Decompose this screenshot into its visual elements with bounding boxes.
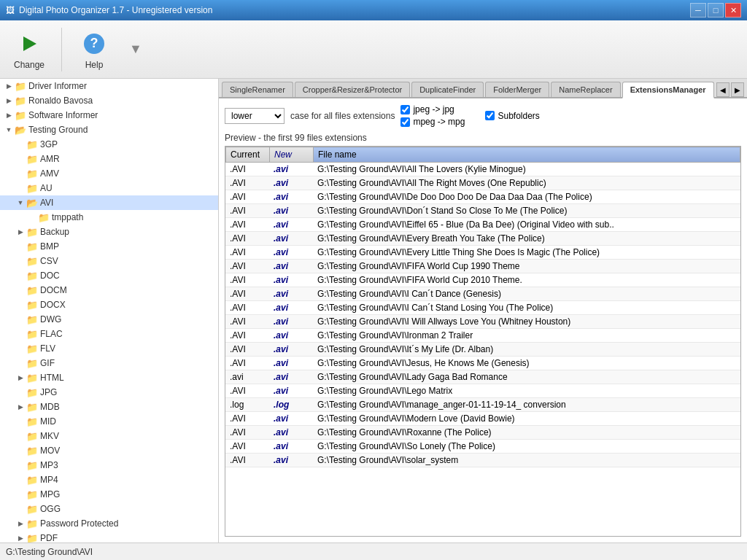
tree-item[interactable]: ▶📁Password Protected (0, 516, 218, 531)
tree-item[interactable]: ▼📂Testing Ground (0, 122, 218, 137)
mpeg-checkbox[interactable] (400, 117, 410, 127)
dropdown-arrow[interactable]: ▼ (129, 42, 142, 57)
tree-item[interactable]: ▶📁Software Informer (0, 108, 218, 122)
tree-item[interactable]: 📁OGG (0, 502, 218, 516)
tree-item[interactable]: 📁DWG (0, 312, 218, 327)
table-row[interactable]: .AVI.aviG:\Testing Ground\AVI\Ironman 2 … (225, 329, 740, 343)
case-select-wrapper[interactable]: lower upper original (225, 108, 285, 124)
tree-label: AMR (40, 154, 60, 164)
tree-item[interactable]: 📁MP4 (0, 472, 218, 487)
table-row[interactable]: .AVI.aviG:\Testing Ground\AVI\I Can´t St… (225, 301, 740, 315)
tree-item[interactable]: 📁GIF (0, 356, 218, 370)
table-row[interactable]: .AVI.aviG:\Testing Ground\AVI\De Doo Doo… (225, 190, 740, 204)
tree-item[interactable]: ▶📁Ronaldo Bavosa (0, 93, 218, 108)
table-row[interactable]: .AVI.aviG:\Testing Ground\AVI\Every Litt… (225, 246, 740, 260)
tree-item[interactable]: 📁FLV (0, 341, 218, 356)
change-button[interactable]: Change (7, 26, 51, 74)
cell-new: .avi (269, 467, 313, 470)
close-button[interactable]: ✕ (725, 3, 741, 18)
table-row[interactable]: .AVI.aviG:\Testing Ground\AVI\Surprised … (225, 467, 740, 470)
tab-folder-merger[interactable]: FolderMerger (485, 82, 549, 97)
table-row[interactable]: .AVI.aviG:\Testing Ground\AVI\All The Lo… (225, 163, 740, 176)
cell-filename: G:\Testing Ground\AVI\Don´t Stand So Clo… (313, 204, 740, 218)
table-row[interactable]: .AVI.aviG:\Testing Ground\AVI\Don´t Stan… (225, 204, 740, 218)
tree-expand-icon[interactable]: ▶ (3, 109, 15, 121)
tree-expand-icon[interactable]: ▶ (3, 95, 15, 106)
tree-item[interactable]: ▶📁Driver Informer (0, 79, 218, 93)
tree-item[interactable]: 📁DOC (0, 268, 218, 283)
tree-expand-icon[interactable]: ▶ (15, 372, 26, 384)
col-header-filename[interactable]: File name (314, 147, 740, 163)
file-table-container[interactable]: Current New File name .AVI.aviG:\Testing… (225, 146, 741, 537)
table-row[interactable]: .AVI.aviG:\Testing Ground\AVI\It´s My Li… (225, 343, 740, 357)
tree-item[interactable]: 📁MP3 (0, 458, 218, 472)
tree-item[interactable]: ▶📁PDF (0, 531, 218, 542)
tree-expand-icon[interactable]: ▶ (15, 518, 26, 529)
folder-icon: 📁 (26, 168, 38, 179)
tree-item[interactable]: 📁tmppath (0, 210, 218, 225)
tree-item[interactable]: 📁AMR (0, 152, 218, 166)
table-row[interactable]: .AVI.aviG:\Testing Ground\AVI\I Can´t Da… (225, 287, 740, 301)
tree-item[interactable]: 📁JPG (0, 385, 218, 400)
tree-item[interactable]: 📁DOCX (0, 298, 218, 312)
table-row[interactable]: .AVI.aviG:\Testing Ground\AVI\Eiffel 65 … (225, 218, 740, 232)
main-container: ▶📁Driver Informer▶📁Ronaldo Bavosa▶📁Softw… (0, 79, 747, 542)
tab-single-renamer[interactable]: SingleRenamer (222, 82, 293, 97)
table-row[interactable]: .AVI.aviG:\Testing Ground\AVI\solar_syst… (225, 454, 740, 467)
tree-item[interactable]: ▶📁HTML (0, 370, 218, 385)
tree-item[interactable]: 📁CSV (0, 254, 218, 268)
tab-name-replacer[interactable]: NameReplacer (551, 82, 620, 97)
tab-cropper[interactable]: Cropper&Resizer&Protector (295, 82, 410, 97)
tree-expand-icon[interactable]: ▶ (15, 226, 26, 238)
cell-new: .avi (269, 412, 313, 426)
cell-filename: G:\Testing Ground\AVI\FIFA World Cup 199… (313, 260, 740, 273)
table-row[interactable]: .AVI.aviG:\Testing Ground\AVI\All The Ri… (225, 176, 740, 190)
tab-nav-next[interactable]: ▶ (731, 82, 744, 97)
tree-item[interactable]: 📁FLAC (0, 327, 218, 341)
table-row[interactable]: .AVI.aviG:\Testing Ground\AVI\I Will All… (225, 315, 740, 329)
tree-item[interactable]: ▶📁Backup (0, 225, 218, 239)
table-row[interactable]: .AVI.aviG:\Testing Ground\AVI\Roxanne (T… (225, 426, 740, 440)
folder-tree[interactable]: ▶📁Driver Informer▶📁Ronaldo Bavosa▶📁Softw… (0, 79, 219, 542)
table-row[interactable]: .AVI.aviG:\Testing Ground\AVI\FIFA World… (225, 273, 740, 287)
minimize-button[interactable]: ─ (690, 3, 706, 18)
subfolders-checkbox[interactable] (485, 111, 495, 120)
jpeg-checkbox[interactable] (400, 105, 410, 114)
tree-item[interactable]: 📁MKV (0, 429, 218, 443)
folder-icon: 📁 (38, 212, 50, 223)
tree-expand-icon[interactable]: ▶ (15, 532, 26, 542)
tree-item[interactable]: 📁MPG (0, 487, 218, 502)
tree-expand-icon[interactable]: ▶ (15, 401, 26, 413)
tree-item[interactable]: ▶📁MDB (0, 400, 218, 414)
tree-item[interactable]: 📁AMV (0, 166, 218, 181)
col-header-current[interactable]: Current (226, 147, 270, 163)
tree-item[interactable]: 📁DOCM (0, 283, 218, 298)
tree-item[interactable]: 📁BMP (0, 239, 218, 254)
tree-expand-icon[interactable]: ▼ (3, 124, 15, 136)
tree-item[interactable]: 📁MOV (0, 443, 218, 458)
table-row[interactable]: .AVI.aviG:\Testing Ground\AVI\Modern Lov… (225, 412, 740, 426)
table-row[interactable]: .AVI.aviG:\Testing Ground\AVI\So Lonely … (225, 440, 740, 454)
table-row[interactable]: .AVI.aviG:\Testing Ground\AVI\Every Brea… (225, 232, 740, 246)
tree-expand-icon[interactable]: ▼ (15, 197, 26, 209)
table-row[interactable]: .AVI.aviG:\Testing Ground\AVI\FIFA World… (225, 260, 740, 273)
tab-extensions-manager[interactable]: ExtensionsManager (622, 82, 714, 98)
file-table-scroll[interactable]: .AVI.aviG:\Testing Ground\AVI\All The Lo… (225, 163, 740, 469)
table-row[interactable]: .log.logG:\Testing Ground\AVI\manage_ang… (225, 398, 740, 412)
tab-nav-prev[interactable]: ◀ (716, 82, 729, 97)
table-row[interactable]: .avi.aviG:\Testing Ground\AVI\Lady Gaga … (225, 370, 740, 384)
cell-new: .avi (269, 190, 313, 204)
help-button[interactable]: ? Help (72, 26, 116, 74)
tree-item[interactable]: ▼📂AVI (0, 195, 218, 210)
table-row[interactable]: .AVI.aviG:\Testing Ground\AVI\Lego Matri… (225, 384, 740, 398)
col-header-new[interactable]: New (270, 147, 314, 163)
tree-expand-icon[interactable]: ▶ (3, 80, 15, 92)
tree-item[interactable]: 📁AU (0, 181, 218, 195)
table-row[interactable]: .AVI.aviG:\Testing Ground\AVI\Jesus, He … (225, 357, 740, 370)
tab-duplicate-finder[interactable]: DuplicateFinder (411, 82, 484, 97)
tree-item[interactable]: 📁MID (0, 414, 218, 429)
case-select[interactable]: lower upper original (225, 109, 284, 123)
tree-item[interactable]: 📁3GP (0, 137, 218, 152)
subfolders-checkbox-row: Subfolders (485, 111, 539, 121)
maximize-button[interactable]: □ (708, 3, 724, 18)
